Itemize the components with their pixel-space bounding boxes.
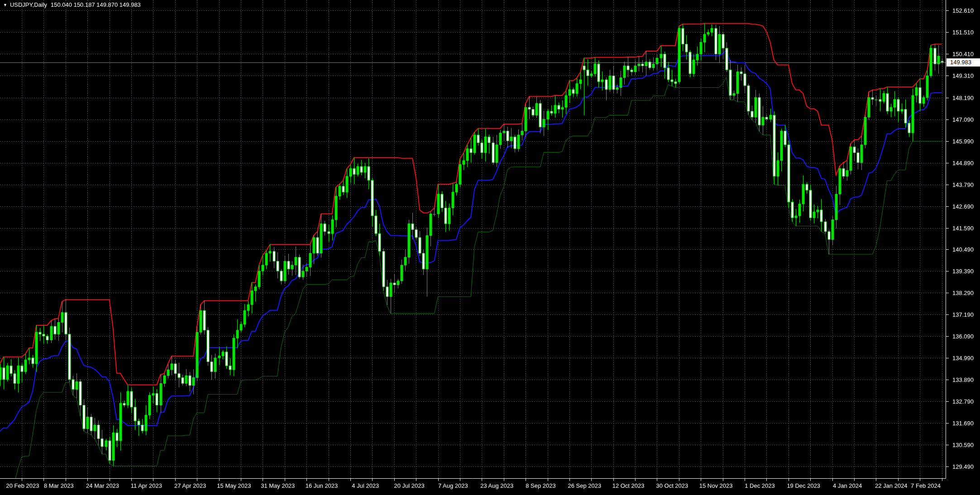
time-axis-label: 7 Aug 2023 — [431, 482, 475, 489]
price-axis-label: 138.290 — [952, 290, 980, 297]
time-axis-label: 15 Nov 2023 — [694, 482, 738, 489]
time-axis-label: 4 Jan 2024 — [826, 482, 869, 489]
time-axis-label: 1 Dec 2023 — [738, 482, 781, 489]
mt4-chart-window: ▼USDJPY,Daily150.040 150.187 149.870 149… — [0, 0, 980, 495]
price-axis-label: 134.990 — [952, 355, 980, 362]
time-axis-label: 19 Dec 2023 — [782, 482, 825, 489]
price-axis-label: 139.390 — [952, 268, 980, 275]
chart-title-overlay: ▼USDJPY,Daily150.040 150.187 149.870 149… — [3, 2, 141, 8]
ohlc-values: 150.040 150.187 149.870 149.983 — [51, 1, 141, 8]
price-axis-label: 145.990 — [952, 138, 980, 145]
price-axis-label: 140.490 — [952, 246, 980, 253]
price-axis-label: 131.690 — [952, 420, 980, 427]
price-axis-label: 144.890 — [952, 160, 980, 167]
price-chart-canvas[interactable] — [0, 0, 980, 495]
time-axis-label: 27 Apr 2023 — [168, 482, 212, 489]
price-axis-label: 137.190 — [952, 311, 980, 319]
current-price-value: 149.983 — [950, 59, 971, 66]
time-axis-label: 8 Mar 2023 — [37, 482, 81, 489]
time-axis-label: 20 Jul 2023 — [387, 482, 431, 489]
price-axis-label: 149.310 — [952, 72, 980, 80]
price-axis-label: 129.490 — [952, 463, 980, 471]
price-axis-label: 142.690 — [952, 203, 980, 210]
time-axis-label: 4 Jul 2023 — [344, 482, 387, 489]
time-axis-label: 23 Aug 2023 — [475, 482, 519, 489]
price-axis-label: 148.190 — [952, 95, 980, 102]
price-axis-label: 132.790 — [952, 398, 980, 405]
price-axis-label: 147.090 — [952, 116, 980, 124]
price-axis-label: 130.590 — [952, 442, 980, 449]
price-axis-label: 136.090 — [952, 333, 980, 340]
time-axis-label: 31 May 2023 — [256, 482, 300, 489]
time-axis-label: 26 Sep 2023 — [563, 482, 606, 489]
price-axis-label: 150.410 — [952, 51, 980, 58]
current-price-tag: 149.983 — [947, 58, 980, 67]
time-axis-label: 12 Oct 2023 — [607, 482, 650, 489]
time-axis-label: 16 Jun 2023 — [300, 482, 344, 489]
price-axis-label: 141.590 — [952, 225, 980, 232]
price-axis-label: 133.890 — [952, 376, 980, 384]
time-axis-label: 24 Mar 2023 — [81, 482, 124, 489]
time-axis-label: 8 Sep 2023 — [519, 482, 563, 489]
price-axis-label: 143.790 — [952, 181, 980, 189]
time-axis-label: 11 Apr 2023 — [124, 482, 168, 489]
symbol-dropdown-icon[interactable]: ▼ — [3, 3, 7, 7]
time-axis-label: 7 Feb 2024 — [904, 482, 947, 489]
time-axis-label: 30 Oct 2023 — [650, 482, 694, 489]
price-axis-label: 151.510 — [952, 29, 980, 36]
price-axis-label: 152.610 — [952, 7, 980, 14]
time-axis-label: 15 May 2023 — [212, 482, 256, 489]
symbol-timeframe-label: USDJPY,Daily — [10, 1, 47, 8]
